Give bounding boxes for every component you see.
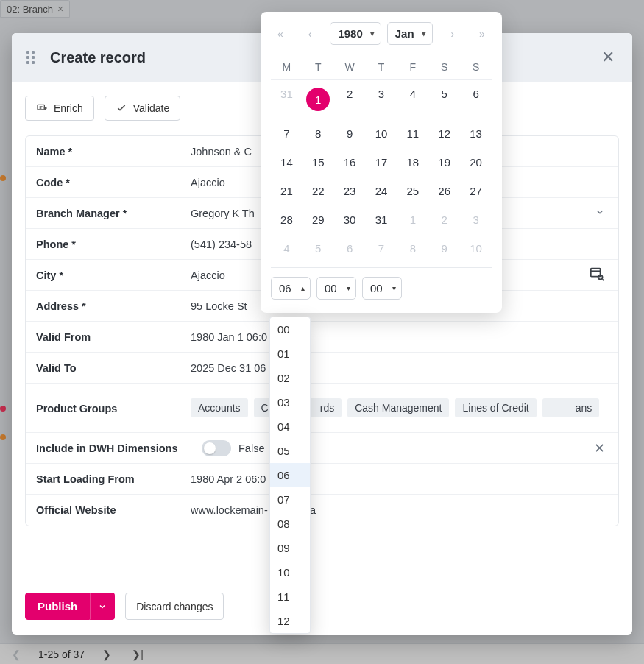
calendar-day-cell[interactable]: 14 (271, 148, 302, 177)
calendar-day-cell[interactable]: 20 (460, 148, 492, 177)
calendar-week-row: 14151617181920 (271, 148, 492, 177)
hour-option[interactable]: 05 (270, 439, 310, 463)
calendar-day-cell[interactable]: 9 (428, 234, 460, 263)
hour-option[interactable]: 10 (270, 560, 310, 584)
calendar-day-cell[interactable]: 28 (271, 205, 302, 234)
hour-option[interactable]: 09 (270, 536, 310, 560)
field-start-loading[interactable]: Start Loading From 1980 Apr 2 06:0 (26, 464, 618, 495)
hours-scroll[interactable]: 00010203040506070809101112 (270, 317, 310, 633)
tag[interactable]: Lines of Credit (455, 398, 536, 417)
prev-month-button[interactable]: ‹ (300, 24, 319, 43)
calendar-day-cell[interactable]: 4 (271, 234, 302, 263)
calendar-day-cell[interactable]: 11 (397, 119, 428, 148)
hour-option[interactable]: 08 (270, 512, 310, 536)
tag[interactable]: Accounts (191, 398, 248, 417)
lookup-icon[interactable] (586, 263, 608, 287)
tag[interactable]: ans (542, 398, 600, 417)
calendar-day-cell[interactable]: 22 (302, 177, 334, 205)
calendar-day-cell[interactable]: 8 (397, 234, 428, 263)
calendar-day-cell[interactable]: 15 (302, 148, 334, 177)
calendar-week-row: 31123456 (271, 80, 492, 119)
calendar-day-cell[interactable]: 12 (428, 119, 460, 148)
field-website[interactable]: Official Website www.lockemain- e.ca (26, 495, 618, 526)
date-picker: « ‹ 1980 Jan › » MTWTFSS 311234567891011… (261, 12, 502, 313)
discard-button[interactable]: Discard changes (125, 593, 224, 620)
drag-handle-icon[interactable] (26, 51, 40, 64)
calendar-day-cell[interactable]: 3 (366, 80, 397, 119)
publish-button[interactable]: Publish (25, 593, 90, 620)
calendar-day-cell[interactable]: 3 (460, 205, 492, 234)
calendar-day-cell[interactable]: 1 (302, 80, 334, 119)
hour-option[interactable]: 04 (270, 414, 310, 439)
hour-option[interactable]: 02 (270, 366, 310, 390)
field-label: Valid To (36, 362, 191, 374)
calendar-day-cell[interactable]: 7 (366, 234, 397, 263)
calendar-day-cell[interactable]: 2 (334, 80, 366, 119)
calendar-day-cell[interactable]: 8 (302, 119, 334, 148)
calendar-day-cell[interactable]: 21 (271, 177, 302, 205)
publish-dropdown-button[interactable] (90, 593, 115, 620)
calendar-day-cell[interactable]: 29 (302, 205, 334, 234)
hour-option[interactable]: 01 (270, 342, 310, 366)
calendar-day-cell[interactable]: 23 (334, 177, 366, 205)
calendar-day-cell[interactable]: 30 (334, 205, 366, 234)
next-year-button[interactable]: » (473, 24, 492, 43)
month-select[interactable]: Jan (387, 22, 433, 45)
chevron-down-icon[interactable] (592, 204, 608, 222)
calendar-day-cell[interactable]: 18 (397, 148, 428, 177)
calendar-day-cell[interactable]: 10 (460, 234, 492, 263)
calendar-day-cell[interactable]: 6 (460, 80, 492, 119)
enrich-button[interactable]: Enrich (25, 96, 94, 121)
calendar-day-cell[interactable]: 1 (397, 205, 428, 234)
field-dwh-dimensions[interactable]: Include in DWH Dimensions False ✕ (26, 433, 618, 464)
calendar-day-cell[interactable]: 9 (334, 119, 366, 148)
calendar-day-cell[interactable]: 19 (428, 148, 460, 177)
calendar-day-cell[interactable]: 25 (397, 177, 428, 205)
calendar-day-cell[interactable]: 5 (428, 80, 460, 119)
calendar-day-cell[interactable]: 16 (334, 148, 366, 177)
calendar-day-cell[interactable]: 24 (366, 177, 397, 205)
hour-option[interactable]: 03 (270, 390, 310, 414)
field-label: Product Groups (36, 391, 191, 414)
calendar-day-cell[interactable]: 10 (366, 119, 397, 148)
close-modal-button[interactable]: ✕ (598, 45, 618, 70)
toggle-switch[interactable] (202, 440, 231, 456)
next-month-button[interactable]: › (443, 24, 462, 43)
year-select[interactable]: 1980 (330, 22, 381, 45)
date-picker-selects: 1980 Jan (330, 22, 432, 45)
calendar-day-cell[interactable]: 4 (397, 80, 428, 119)
minutes-select[interactable]: 00 (316, 277, 356, 300)
field-label: Include in DWH Dimensions (36, 442, 202, 454)
field-product-groups[interactable]: Product Groups Accounts C rds Cash Manag… (26, 384, 618, 433)
publish-split-button: Publish (25, 593, 115, 620)
calendar-day-cell[interactable]: 6 (334, 234, 366, 263)
calendar-day-cell[interactable]: 26 (428, 177, 460, 205)
hour-option[interactable]: 12 (270, 609, 310, 633)
field-label: Valid From (36, 331, 191, 343)
calendar-day-cell[interactable]: 5 (302, 234, 334, 263)
hours-select[interactable]: 06 (271, 277, 311, 300)
field-valid-from[interactable]: Valid From 1980 Jan 1 06:0 (26, 322, 618, 353)
field-value: 2025 Dec 31 06 (191, 362, 608, 374)
seconds-select[interactable]: 00 (362, 277, 402, 300)
field-valid-to[interactable]: Valid To 2025 Dec 31 06 (26, 353, 618, 384)
calendar-day-cell[interactable]: 13 (460, 119, 492, 148)
validate-button[interactable]: Validate (105, 96, 181, 121)
calendar-day-cell[interactable]: 31 (271, 80, 302, 119)
hours-dropdown: 00010203040506070809101112 (269, 317, 311, 634)
calendar-day-cell[interactable]: 27 (460, 177, 492, 205)
hour-option[interactable]: 00 (270, 317, 310, 342)
clear-icon[interactable]: ✕ (591, 437, 608, 459)
calendar-day-cell[interactable]: 31 (366, 205, 397, 234)
tag[interactable]: Cash Management (347, 398, 449, 417)
calendar-day-cell[interactable]: 7 (271, 119, 302, 148)
hour-option[interactable]: 07 (270, 487, 310, 512)
calendar-day-cell[interactable]: 2 (428, 205, 460, 234)
hour-option[interactable]: 11 (270, 584, 310, 609)
calendar-day-cell[interactable]: 17 (366, 148, 397, 177)
hour-option[interactable]: 06 (270, 463, 310, 487)
enrich-icon (36, 102, 48, 114)
field-value: 1980 Apr 2 06:0 (191, 473, 608, 485)
calendar-dow-cell: W (334, 55, 366, 80)
prev-year-button[interactable]: « (271, 24, 290, 43)
